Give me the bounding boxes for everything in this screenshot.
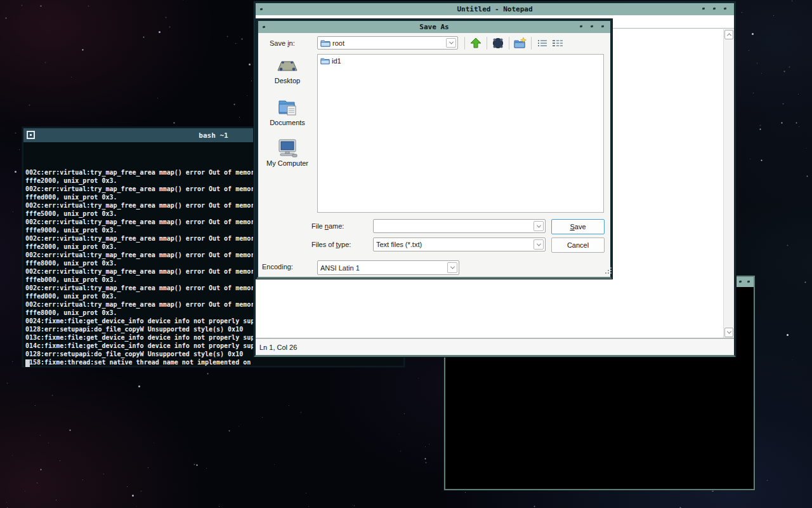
scroll-down-button[interactable]: [724, 328, 733, 337]
up-one-level-button[interactable]: [469, 37, 482, 50]
encoding-combobox[interactable]: ANSI Latin 1: [317, 260, 459, 275]
encoding-value: ANSI Latin 1: [320, 264, 360, 272]
chevron-down-icon: [449, 40, 453, 44]
close-button[interactable]: [601, 25, 604, 28]
chevron-down-icon: [450, 265, 454, 269]
file-name-dropdown-button[interactable]: [534, 221, 544, 231]
minimize-button[interactable]: [580, 25, 582, 28]
notepad-titlebar[interactable]: Untitled - Notepad: [256, 3, 734, 15]
notepad-title: Untitled - Notepad: [256, 5, 734, 13]
encoding-label: Encoding:: [262, 263, 293, 271]
documents-icon: [277, 98, 298, 117]
up-arrow-icon: [469, 37, 482, 50]
places-sidebar: Desktop Documents My Computer: [258, 33, 317, 277]
desktop-icon: [276, 57, 299, 75]
files-of-type-dropdown-button[interactable]: [534, 239, 544, 250]
list-view-button[interactable]: [536, 37, 549, 50]
save-as-title: Save As: [258, 23, 610, 31]
minimize-button[interactable]: [702, 8, 705, 10]
toolbar-separator: [531, 37, 532, 50]
files-of-type-label: Files of type:: [311, 241, 351, 248]
file-item-folder[interactable]: id1: [320, 57, 601, 65]
vertical-scrollbar[interactable]: [723, 29, 734, 338]
maximize-button[interactable]: [713, 8, 716, 10]
list-view-icon: [537, 39, 547, 48]
save-button[interactable]: Save: [551, 219, 605, 234]
create-new-folder-button[interactable]: [514, 37, 527, 50]
file-name-input[interactable]: [373, 219, 546, 233]
my-computer-icon: [276, 138, 299, 157]
scroll-up-button[interactable]: [724, 30, 733, 39]
cursor-position: Ln 1, Col 26: [259, 344, 297, 351]
chevron-down-icon: [726, 330, 731, 334]
file-list[interactable]: id1: [317, 54, 604, 213]
details-view-icon: [552, 39, 563, 48]
terminal-cursor: [25, 359, 30, 367]
toolbar-separator: [464, 37, 465, 50]
star-field-bright: [0, 0, 1, 1]
resize-grip[interactable]: [605, 272, 606, 274]
chevron-down-icon: [536, 241, 540, 246]
place-desktop[interactable]: Desktop: [258, 57, 317, 84]
save-in-combobox[interactable]: root: [317, 36, 458, 50]
cancel-button[interactable]: Cancel: [551, 237, 605, 253]
desktop-view-icon: [492, 37, 504, 50]
place-label: Desktop: [275, 77, 300, 84]
file-name: id1: [332, 57, 341, 65]
files-of-type-value: Text files (*.txt): [376, 241, 422, 248]
save-as-titlebar[interactable]: Save As: [258, 21, 610, 33]
maximize-button[interactable]: [739, 281, 742, 283]
terminal-line: 0158:fixme:thread:set_native_thread_name…: [25, 358, 403, 366]
close-button[interactable]: [724, 8, 726, 10]
chevron-up-icon: [726, 33, 731, 37]
file-name-label: File name:: [311, 222, 344, 230]
view-desktop-button[interactable]: [492, 37, 504, 50]
encoding-dropdown-button[interactable]: [447, 262, 457, 273]
place-documents[interactable]: Documents: [258, 98, 317, 126]
new-folder-icon: [514, 37, 527, 49]
folder-icon: [320, 39, 331, 47]
folder-icon: [320, 57, 330, 65]
save-in-value: root: [332, 39, 344, 47]
details-view-button[interactable]: [551, 37, 564, 50]
maximize-button[interactable]: [591, 25, 593, 28]
place-my-computer[interactable]: My Computer: [258, 138, 317, 167]
toolbar-separator: [487, 37, 487, 50]
place-label: My Computer: [266, 159, 308, 167]
place-label: Documents: [270, 119, 305, 126]
chevron-down-icon: [536, 223, 540, 227]
save-in-dropdown-button[interactable]: [446, 38, 456, 48]
toolbar-separator: [509, 37, 509, 50]
files-of-type-combobox[interactable]: Text files (*.txt): [373, 237, 546, 251]
close-button[interactable]: [747, 281, 750, 283]
notepad-statusbar: Ln 1, Col 26: [256, 338, 734, 355]
save-as-dialog: Save As Save in: root: [256, 19, 612, 279]
